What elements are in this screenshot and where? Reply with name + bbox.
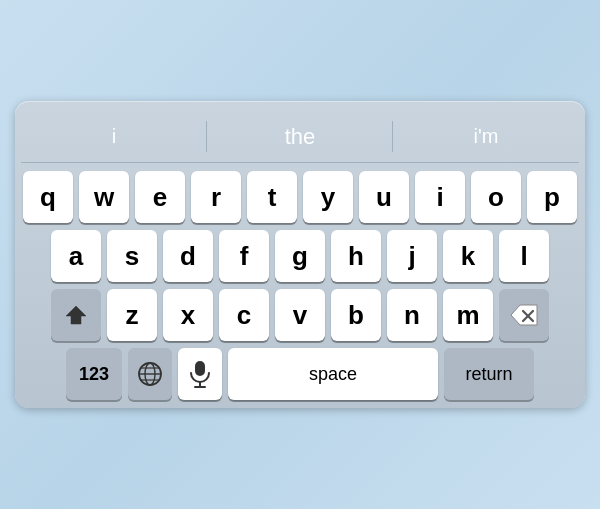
key-k[interactable]: k: [443, 230, 493, 282]
key-p[interactable]: p: [527, 171, 577, 223]
autocomplete-center[interactable]: the: [207, 111, 393, 162]
key-l[interactable]: l: [499, 230, 549, 282]
key-y[interactable]: y: [303, 171, 353, 223]
key-b[interactable]: b: [331, 289, 381, 341]
key-j[interactable]: j: [387, 230, 437, 282]
key-s[interactable]: s: [107, 230, 157, 282]
key-i[interactable]: i: [415, 171, 465, 223]
microphone-key[interactable]: [178, 348, 222, 400]
key-row-2: a s d f g h j k l: [21, 230, 579, 282]
space-key[interactable]: space: [228, 348, 438, 400]
backspace-key[interactable]: [499, 289, 549, 341]
numbers-key[interactable]: 123: [66, 348, 122, 400]
key-m[interactable]: m: [443, 289, 493, 341]
svg-rect-7: [195, 361, 205, 376]
key-f[interactable]: f: [219, 230, 269, 282]
microphone-icon: [189, 360, 211, 388]
key-v[interactable]: v: [275, 289, 325, 341]
globe-key[interactable]: [128, 348, 172, 400]
autocomplete-bar: i the i'm: [21, 111, 579, 163]
key-q[interactable]: q: [23, 171, 73, 223]
key-g[interactable]: g: [275, 230, 325, 282]
keyboard: i the i'm q w e r t y u i o p a s d f g …: [15, 101, 585, 408]
key-u[interactable]: u: [359, 171, 409, 223]
return-key[interactable]: return: [444, 348, 534, 400]
backspace-icon: [510, 304, 538, 326]
key-z[interactable]: z: [107, 289, 157, 341]
key-t[interactable]: t: [247, 171, 297, 223]
key-x[interactable]: x: [163, 289, 213, 341]
key-row-1: q w e r t y u i o p: [21, 171, 579, 223]
key-w[interactable]: w: [79, 171, 129, 223]
key-r[interactable]: r: [191, 171, 241, 223]
key-row-3: z x c v b n m: [21, 289, 579, 341]
globe-icon: [137, 361, 163, 387]
key-n[interactable]: n: [387, 289, 437, 341]
key-a[interactable]: a: [51, 230, 101, 282]
shift-icon: [64, 303, 88, 327]
autocomplete-left[interactable]: i: [21, 111, 207, 162]
autocomplete-right[interactable]: i'm: [393, 111, 579, 162]
key-d[interactable]: d: [163, 230, 213, 282]
shift-key[interactable]: [51, 289, 101, 341]
key-row-4: 123 space return: [21, 348, 579, 400]
key-h[interactable]: h: [331, 230, 381, 282]
key-e[interactable]: e: [135, 171, 185, 223]
key-o[interactable]: o: [471, 171, 521, 223]
key-c[interactable]: c: [219, 289, 269, 341]
key-rows: q w e r t y u i o p a s d f g h j k l: [21, 171, 579, 400]
